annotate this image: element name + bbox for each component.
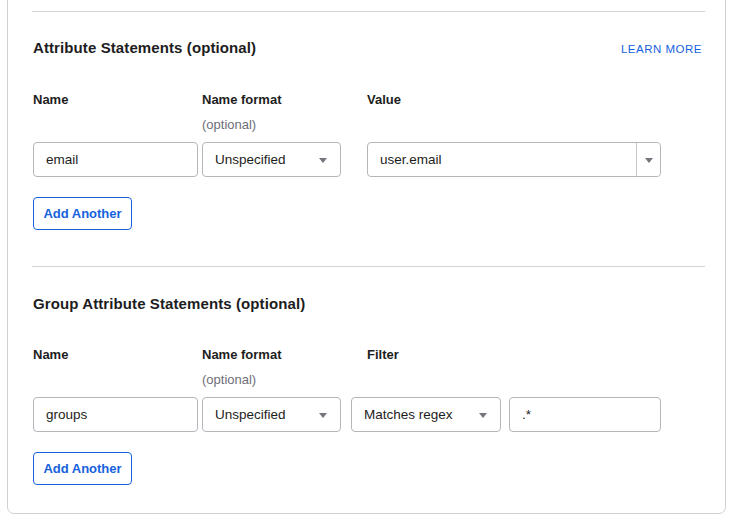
column-header-name-format: Name format — [202, 348, 281, 362]
column-header-name: Name — [33, 348, 68, 362]
name-format-optional-hint: (optional) — [202, 373, 256, 387]
attribute-name-input[interactable] — [33, 142, 198, 177]
group-attribute-statements-title: Group Attribute Statements (optional) — [33, 296, 305, 312]
attribute-statements-title: Attribute Statements (optional) — [33, 40, 256, 56]
column-header-value: Value — [367, 93, 401, 107]
add-another-group-attribute-button[interactable]: Add Another — [33, 452, 132, 485]
group-filter-type-select[interactable]: Matches regex — [351, 397, 501, 432]
saml-settings-card: Attribute Statements (optional) LEARN MO… — [7, 0, 726, 514]
group-filter-type-selected-value: Matches regex — [364, 407, 453, 422]
caret-down-icon — [479, 413, 487, 418]
caret-down-icon — [319, 413, 327, 418]
attribute-name-format-selected-value: Unspecified — [215, 152, 286, 167]
column-header-name: Name — [33, 93, 68, 107]
column-header-filter: Filter — [367, 348, 399, 362]
group-name-format-select[interactable]: Unspecified — [202, 397, 341, 432]
add-another-attribute-button[interactable]: Add Another — [33, 197, 132, 230]
group-name-format-selected-value: Unspecified — [215, 407, 286, 422]
group-attribute-name-input[interactable] — [33, 397, 198, 432]
caret-down-icon — [319, 158, 327, 163]
learn-more-link[interactable]: LEARN MORE — [621, 43, 702, 55]
group-filter-value-input[interactable] — [509, 397, 661, 432]
attribute-value-combobox — [367, 142, 661, 177]
column-header-name-format: Name format — [202, 93, 281, 107]
caret-down-icon — [645, 158, 653, 163]
name-format-optional-hint: (optional) — [202, 118, 256, 132]
attribute-value-input[interactable] — [368, 143, 636, 176]
attribute-name-format-select[interactable]: Unspecified — [202, 142, 341, 177]
attribute-value-dropdown-button[interactable] — [636, 143, 660, 176]
section-divider — [32, 11, 705, 12]
section-divider — [32, 266, 705, 267]
